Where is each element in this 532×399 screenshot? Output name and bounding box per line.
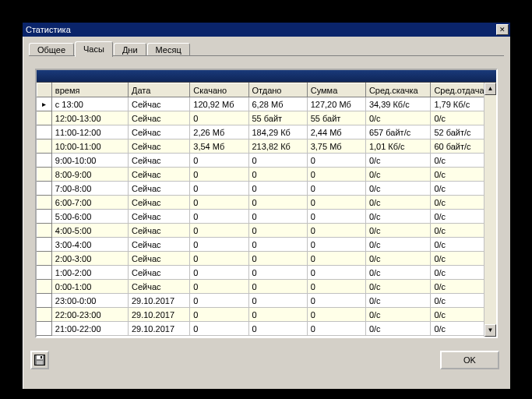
- cell-sd: 0/c: [365, 111, 431, 125]
- cell-down: 0: [190, 252, 248, 266]
- row-indicator[interactable]: [37, 294, 52, 308]
- row-indicator[interactable]: [37, 111, 52, 125]
- ok-button[interactable]: OK: [440, 351, 499, 369]
- cell-time: 9:00-10:00: [51, 154, 128, 168]
- table-row[interactable]: 21:00-22:0029.10.20170000/c0/c: [37, 322, 496, 336]
- table-row[interactable]: 12:00-13:00Сейчас055 байт55 байт0/c0/c: [37, 111, 496, 125]
- row-indicator[interactable]: [37, 308, 52, 322]
- cell-sum: 0: [307, 238, 365, 252]
- cell-time: 22:00-23:00: [51, 308, 128, 322]
- cell-up: 0: [248, 280, 307, 294]
- titlebar[interactable]: Статистика ✕: [23, 23, 510, 37]
- close-icon[interactable]: ✕: [496, 24, 509, 35]
- grid-header-row: времяДатаСкачаноОтданоСуммаСред.скачкаСр…: [37, 83, 496, 97]
- cell-sum: 0: [307, 224, 365, 238]
- svg-rect-4: [41, 356, 42, 358]
- row-indicator[interactable]: [37, 280, 52, 294]
- cell-up: 0: [248, 322, 307, 336]
- cell-up: 0: [248, 238, 307, 252]
- row-indicator[interactable]: [37, 210, 52, 224]
- row-indicator[interactable]: [37, 182, 52, 196]
- table-row[interactable]: 3:00-4:00Сейчас0000/c0/c: [37, 238, 496, 252]
- cell-time: 2:00-3:00: [51, 252, 128, 266]
- cell-up: 0: [248, 168, 307, 182]
- cell-sum: 55 байт: [307, 111, 365, 125]
- cell-date: Сейчас: [128, 238, 189, 252]
- table-row[interactable]: 11:00-12:00Сейчас2,26 Мб184,29 Кб2,44 Мб…: [37, 125, 496, 139]
- tab-2[interactable]: Дни: [114, 43, 146, 56]
- row-indicator[interactable]: ▸: [37, 97, 52, 111]
- cell-sd: 1,01 Кб/c: [365, 139, 431, 154]
- cell-up: 0: [248, 210, 307, 224]
- cell-sd: 0/c: [365, 210, 431, 224]
- row-indicator[interactable]: [37, 322, 52, 336]
- scroll-up-icon[interactable]: ▲: [484, 83, 496, 95]
- row-indicator[interactable]: [37, 154, 52, 168]
- cell-up: 0: [248, 252, 307, 266]
- tab-3[interactable]: Месяц: [147, 43, 190, 56]
- column-header[interactable]: время: [51, 83, 128, 97]
- cell-time: 5:00-6:00: [51, 210, 128, 224]
- cell-date: Сейчас: [128, 196, 189, 210]
- table-row[interactable]: 2:00-3:00Сейчас0000/c0/c: [37, 252, 496, 266]
- cell-down: 0: [190, 238, 248, 252]
- data-grid[interactable]: времяДатаСкачаноОтданоСуммаСред.скачкаСр…: [35, 69, 498, 338]
- row-indicator[interactable]: [37, 139, 52, 154]
- column-header[interactable]: Отдано: [248, 83, 307, 97]
- table-row[interactable]: 6:00-7:00Сейчас0000/c0/c: [37, 196, 496, 210]
- cell-up: 6,28 Мб: [248, 97, 307, 111]
- table-row[interactable]: 7:00-8:00Сейчас0000/c0/c: [37, 182, 496, 196]
- footer: OK: [23, 351, 510, 377]
- column-header[interactable]: Сумма: [307, 83, 365, 97]
- cell-date: Сейчас: [128, 280, 189, 294]
- cell-down: 0: [190, 280, 248, 294]
- cell-down: 0: [190, 154, 248, 168]
- row-indicator[interactable]: [37, 252, 52, 266]
- table-row[interactable]: 0:00-1:00Сейчас0000/c0/c: [37, 280, 496, 294]
- cell-up: 0: [248, 266, 307, 280]
- table-row[interactable]: 9:00-10:00Сейчас0000/c0/c: [37, 154, 496, 168]
- save-button[interactable]: [30, 351, 49, 369]
- cell-sd: 0/c: [365, 182, 431, 196]
- table-row[interactable]: 23:00-0:0029.10.20170000/c0/c: [37, 294, 496, 308]
- cell-sum: 2,44 Мб: [307, 125, 365, 139]
- cell-down: 0: [190, 111, 248, 125]
- tab-0[interactable]: Общее: [29, 43, 74, 56]
- cell-down: 3,54 Мб: [190, 139, 248, 154]
- cell-up: 55 байт: [248, 111, 307, 125]
- table-row[interactable]: 8:00-9:00Сейчас0000/c0/c: [37, 168, 496, 182]
- row-indicator[interactable]: [37, 266, 52, 280]
- table-row[interactable]: 5:00-6:00Сейчас0000/c0/c: [37, 210, 496, 224]
- cell-time: 3:00-4:00: [51, 238, 128, 252]
- cell-time: 12:00-13:00: [51, 111, 128, 125]
- column-header[interactable]: Сред.скачка: [365, 83, 431, 97]
- row-indicator[interactable]: [37, 196, 52, 210]
- table-row[interactable]: 10:00-11:00Сейчас3,54 Мб213,82 Кб3,75 Мб…: [37, 139, 496, 154]
- cell-sd: 0/c: [365, 224, 431, 238]
- row-indicator[interactable]: [37, 125, 52, 139]
- row-indicator[interactable]: [37, 224, 52, 238]
- row-indicator[interactable]: [37, 238, 52, 252]
- cell-date: 29.10.2017: [128, 294, 189, 308]
- cell-down: 0: [190, 322, 248, 336]
- svg-rect-3: [37, 361, 43, 365]
- cell-sd: 0/c: [365, 322, 431, 336]
- row-indicator[interactable]: [37, 168, 52, 182]
- table-row[interactable]: 1:00-2:00Сейчас0000/c0/c: [37, 266, 496, 280]
- table-row[interactable]: ▸c 13:00Сейчас120,92 Мб6,28 Мб127,20 Мб3…: [37, 97, 496, 111]
- table-row[interactable]: 4:00-5:00Сейчас0000/c0/c: [37, 224, 496, 238]
- cell-down: 0: [190, 168, 248, 182]
- tab-1[interactable]: Часы: [75, 41, 113, 57]
- cell-sd: 657 байт/c: [365, 125, 431, 139]
- cell-sd: 0/c: [365, 196, 431, 210]
- cell-sd: 0/c: [365, 252, 431, 266]
- cell-down: 0: [190, 196, 248, 210]
- column-header[interactable]: [37, 83, 52, 97]
- vertical-scrollbar[interactable]: ▲ ▼: [484, 83, 496, 337]
- column-header[interactable]: Скачано: [190, 83, 248, 97]
- cell-sum: 0: [307, 154, 365, 168]
- column-header[interactable]: Дата: [128, 83, 189, 97]
- table-row[interactable]: 22:00-23:0029.10.20170000/c0/c: [37, 308, 496, 322]
- scroll-down-icon[interactable]: ▼: [484, 324, 496, 337]
- cell-date: Сейчас: [128, 266, 189, 280]
